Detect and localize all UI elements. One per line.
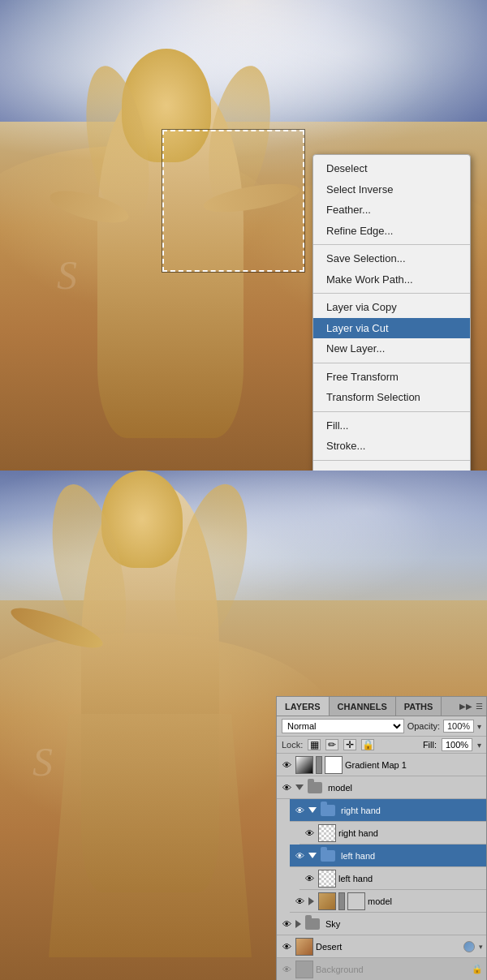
thumbnail-background [295, 961, 313, 978]
bottom-canvas-area: S LAYERS CHANNELS PATHS ▶▶ ☰ Normal Opac… [0, 471, 487, 980]
thumbnail-model [318, 892, 336, 910]
folder-icon-model [308, 782, 322, 793]
menu-item-save-selection[interactable]: Save Selection... [313, 248, 470, 269]
eye-icon-sky-group[interactable]: 👁 [280, 918, 293, 931]
lock-row: Lock: ▦ ✏ ✛ 🔒 Fill: 100% ▾ [277, 737, 486, 754]
menu-item-stroke[interactable]: Stroke... [313, 436, 470, 457]
layer-row-model-layer[interactable]: 👁 model [290, 890, 486, 913]
lock-move-icon[interactable]: ✛ [343, 739, 356, 750]
layer-row-sky-group[interactable]: 👁 Sky [277, 913, 486, 935]
layer-name-gradient-map: Gradient Map 1 [345, 760, 483, 770]
menu-item-fill[interactable]: Fill... [313, 415, 470, 436]
menu-item-transform-selection[interactable]: Transform Selection [313, 387, 470, 408]
expand-triangle-model[interactable] [295, 784, 304, 790]
desert-arrow: ▾ [479, 943, 483, 951]
mask-thumbnail-model [347, 892, 365, 910]
panel-expand-icon[interactable]: ▶▶ [459, 702, 472, 711]
expand-triangle-sky[interactable] [295, 920, 301, 928]
menu-separator-2 [313, 293, 470, 294]
opacity-value[interactable]: 100% [443, 720, 474, 733]
chain-link-model [338, 892, 345, 910]
globe-icon-desert [463, 941, 475, 952]
selection-marquee [162, 130, 304, 272]
eye-icon-left-hand-group[interactable]: 👁 [293, 849, 306, 862]
layer-name-right-hand-group: right hand [341, 806, 483, 815]
layer-row-desert[interactable]: 👁 Desert ▾ [277, 935, 486, 958]
layer-name-desert: Desert [316, 942, 461, 952]
eye-icon-background[interactable]: 👁 [280, 963, 293, 976]
folder-icon-sky [305, 918, 320, 930]
eye-icon-model-layer[interactable]: 👁 [293, 895, 306, 908]
menu-item-make-work-path[interactable]: Make Work Path... [313, 269, 470, 290]
folder-icon-right-hand [321, 805, 335, 816]
watermark: S [57, 251, 77, 299]
fill-value[interactable]: 100% [442, 738, 472, 751]
lock-all-icon[interactable]: 🔒 [361, 739, 374, 750]
layer-row-left-hand-group[interactable]: 👁 left hand [290, 845, 486, 867]
eye-icon-model-group[interactable]: 👁 [280, 781, 293, 794]
menu-separator-5 [313, 460, 470, 461]
lock-icon-background: 🔒 [472, 964, 483, 974]
mask-thumbnail-gradient [325, 756, 343, 774]
menu-item-layer-via-cut[interactable]: Layer via Cut [313, 318, 470, 339]
layer-name-left-hand-group: left hand [341, 851, 483, 861]
layers-panel: LAYERS CHANNELS PATHS ▶▶ ☰ Normal Opacit… [276, 696, 487, 980]
menu-item-new-layer[interactable]: New Layer... [313, 338, 470, 359]
layer-name-sky-group: Sky [325, 919, 483, 929]
thumbnail-left-hand [318, 870, 336, 888]
eye-icon-right-hand[interactable]: 👁 [303, 827, 316, 840]
blend-mode-select[interactable]: Normal [282, 719, 404, 733]
layer-name-right-hand: right hand [338, 828, 483, 838]
layer-row-right-hand-group[interactable]: 👁 right hand [290, 799, 486, 822]
menu-separator-3 [313, 363, 470, 363]
blend-opacity-row: Normal Opacity: 100% ▾ [277, 716, 486, 737]
layer-row-right-hand[interactable]: 👁 right hand [300, 822, 486, 845]
eye-icon-gradient-map[interactable]: 👁 [280, 759, 293, 772]
mask-link-gradient [316, 756, 322, 774]
menu-item-deselect[interactable]: Deselect [313, 158, 470, 179]
menu-separator-4 [313, 411, 470, 412]
layer-row-model-group[interactable]: 👁 model [277, 776, 486, 799]
layer-row-left-hand[interactable]: 👁 left hand [300, 867, 486, 890]
thumbnail-desert [295, 938, 313, 956]
opacity-label: Opacity: [407, 721, 440, 731]
layer-name-background: Background [316, 965, 469, 974]
panel-tabs: LAYERS CHANNELS PATHS ▶▶ ☰ [277, 697, 486, 716]
expand-triangle-right-hand[interactable] [308, 807, 317, 813]
tab-paths[interactable]: PATHS [396, 697, 442, 716]
menu-item-free-transform[interactable]: Free Transform [313, 367, 470, 388]
eye-icon-right-hand-group[interactable]: 👁 [293, 804, 306, 817]
tab-channels[interactable]: CHANNELS [330, 697, 396, 716]
context-menu: Deselect Select Inverse Feather... Refin… [312, 154, 471, 471]
layer-row-background[interactable]: 👁 Background 🔒 [277, 958, 486, 980]
menu-item-feather[interactable]: Feather... [313, 200, 470, 221]
layer-name-left-hand: left hand [338, 874, 483, 883]
watermark-bottom: S [32, 738, 53, 785]
tab-layers[interactable]: LAYERS [277, 697, 330, 716]
eye-icon-desert[interactable]: 👁 [280, 940, 293, 953]
layer-row-gradient-map[interactable]: 👁 Gradient Map 1 [277, 754, 486, 776]
menu-item-select-inverse[interactable]: Select Inverse [313, 179, 470, 200]
menu-item-refine-edge[interactable]: Refine Edge... [313, 221, 470, 242]
panel-tab-icons: ▶▶ ☰ [459, 702, 486, 711]
fill-label: Fill: [423, 740, 437, 750]
eye-icon-left-hand[interactable]: 👁 [303, 872, 316, 885]
fill-arrow: ▾ [477, 741, 481, 750]
lock-paint-icon[interactable]: ✏ [325, 739, 338, 750]
expand-triangle-left-hand[interactable] [308, 853, 317, 858]
lock-label: Lock: [282, 740, 303, 750]
menu-item-layer-via-copy[interactable]: Layer via Copy [313, 297, 470, 318]
layer-name-model-group: model [328, 783, 483, 793]
menu-item-gaussian-blur[interactable]: Gaussian Blur [313, 464, 470, 471]
folder-icon-left-hand [321, 850, 335, 862]
opacity-arrow: ▾ [477, 722, 481, 731]
thumbnail-gradient-map [295, 756, 313, 774]
expand-triangle-model-layer[interactable] [308, 897, 314, 905]
layer-name-model: model [368, 896, 483, 906]
panel-menu-icon[interactable]: ☰ [476, 702, 483, 711]
thumbnail-right-hand [318, 824, 336, 842]
top-canvas-area: S Deselect Select Inverse Feather... Ref… [0, 0, 487, 471]
lock-transparent-icon[interactable]: ▦ [308, 739, 321, 750]
menu-separator-1 [313, 244, 470, 245]
